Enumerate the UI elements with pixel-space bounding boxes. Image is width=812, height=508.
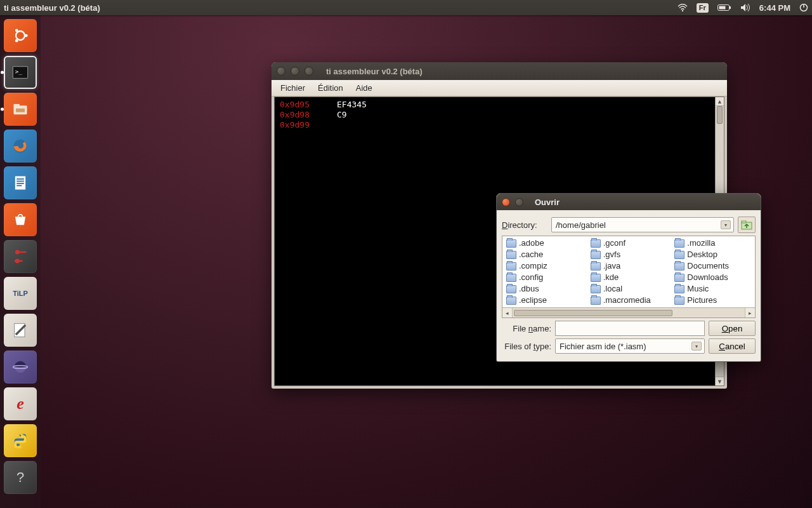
- svg-rect-16: [16, 178, 24, 180]
- clock[interactable]: 6:44 PM: [759, 3, 790, 13]
- folder-icon: [591, 262, 601, 271]
- svg-rect-18: [16, 183, 24, 184]
- svg-rect-19: [16, 185, 22, 187]
- dialog-titlebar[interactable]: Ouvrir: [497, 194, 761, 210]
- folder-item[interactable]: Pictures: [671, 295, 755, 306]
- launcher-libreoffice-writer[interactable]: [4, 166, 37, 199]
- chevron-down-icon[interactable]: ▾: [721, 220, 731, 229]
- keyboard-layout-indicator[interactable]: Fr: [697, 3, 709, 13]
- filename-input[interactable]: [555, 321, 705, 336]
- scroll-down-icon[interactable]: ▼: [716, 377, 724, 385]
- folder-item[interactable]: .cache: [502, 249, 587, 260]
- folder-item[interactable]: .java: [587, 260, 671, 272]
- dialog-minimize-icon[interactable]: [515, 198, 523, 206]
- launcher-python[interactable]: [4, 424, 37, 457]
- sound-icon[interactable]: [740, 3, 750, 12]
- launcher-settings[interactable]: [4, 240, 37, 273]
- folder-icon: [506, 285, 516, 293]
- folder-icon: [674, 285, 684, 293]
- launcher-software-center[interactable]: [4, 203, 37, 236]
- open-dialog: Ouvrir Directory: /home/gabriel ▾ .adobe…: [496, 193, 761, 362]
- window-minimize-icon[interactable]: [291, 67, 299, 76]
- launcher-text-editor[interactable]: [4, 314, 37, 347]
- scroll-thumb[interactable]: [514, 310, 672, 316]
- menu-fichier[interactable]: Fichier: [274, 81, 311, 95]
- file-col: .mozilla Desktop Documents Downloads Mus…: [671, 236, 755, 307]
- indicator-area: Fr 6:44 PM: [678, 3, 808, 13]
- folder-item[interactable]: .eclipse: [502, 295, 587, 306]
- folder-item[interactable]: .config: [502, 272, 587, 283]
- folder-item[interactable]: .compiz: [502, 260, 587, 272]
- session-icon[interactable]: [799, 3, 808, 12]
- open-button[interactable]: Open: [709, 321, 756, 336]
- scroll-up-icon[interactable]: ▲: [716, 97, 724, 106]
- cancel-button[interactable]: Cancel: [709, 338, 756, 354]
- filetype-combo[interactable]: Fichier asm ide (*.iasm) ▾: [555, 338, 705, 354]
- folder-icon: [674, 262, 684, 271]
- folder-item[interactable]: Music: [671, 283, 755, 295]
- folder-item[interactable]: .kde: [587, 272, 671, 283]
- window-close-icon[interactable]: [277, 67, 285, 76]
- app-titlebar[interactable]: ti assembleur v0.2 (béta): [272, 62, 727, 80]
- folder-item[interactable]: .mozilla: [671, 237, 755, 249]
- asm-line: 0x9d95EF4345: [280, 100, 710, 110]
- svg-rect-12: [14, 104, 20, 107]
- folder-item[interactable]: Downloads: [671, 272, 755, 283]
- scroll-left-icon[interactable]: ◂: [502, 308, 513, 318]
- launcher-unknown[interactable]: ?: [4, 461, 37, 494]
- top-panel: ti assembleur v0.2 (béta) Fr 6:44 PM: [0, 0, 812, 15]
- svg-point-5: [16, 31, 25, 40]
- folder-item[interactable]: .adobe: [502, 237, 587, 249]
- asm-line: 0x9d99: [280, 120, 710, 130]
- filetype-label: Files of type:: [502, 342, 551, 351]
- filetype-value: Fichier asm ide (*.iasm): [560, 342, 646, 351]
- scroll-right-icon[interactable]: ▸: [745, 308, 755, 318]
- folder-icon: [506, 239, 516, 248]
- launcher-ubuntu-dash[interactable]: [4, 19, 37, 52]
- svg-rect-17: [16, 181, 24, 182]
- menu-edition[interactable]: Édition: [311, 81, 350, 95]
- folder-icon: [591, 251, 601, 259]
- svg-point-0: [682, 10, 683, 11]
- window-maximize-icon[interactable]: [304, 67, 313, 76]
- active-window-title: ti assembleur v0.2 (béta): [4, 3, 100, 13]
- filename-row: File name: Open: [502, 321, 756, 336]
- launcher: >_ TiLP e ?: [0, 15, 41, 508]
- folder-icon: [591, 297, 601, 305]
- menu-aide[interactable]: Aide: [350, 81, 379, 95]
- battery-icon[interactable]: [717, 4, 731, 11]
- launcher-files[interactable]: [4, 93, 37, 126]
- folder-icon: [674, 274, 684, 282]
- folder-item[interactable]: .gvfs: [587, 249, 671, 260]
- svg-text:>_: >_: [15, 68, 23, 75]
- directory-label: Directory:: [502, 220, 547, 230]
- folder-item[interactable]: Desktop: [671, 249, 755, 260]
- svg-point-7: [15, 29, 18, 32]
- svg-rect-3: [719, 6, 725, 10]
- folder-item[interactable]: Documents: [671, 260, 755, 272]
- file-list-hscrollbar[interactable]: ◂ ▸: [502, 307, 755, 318]
- launcher-tilp[interactable]: TiLP: [4, 277, 37, 310]
- dialog-close-icon[interactable]: [502, 198, 510, 206]
- svg-point-6: [25, 34, 28, 37]
- folder-item[interactable]: .local: [587, 283, 671, 295]
- folder-icon: [674, 251, 684, 259]
- folder-item[interactable]: .gconf: [587, 237, 671, 249]
- folder-item[interactable]: .dbus: [502, 283, 587, 295]
- launcher-terminal[interactable]: >_: [4, 56, 37, 89]
- launcher-firefox[interactable]: [4, 130, 37, 163]
- folder-icon: [506, 297, 516, 305]
- folder-item[interactable]: .macromedia: [587, 295, 671, 306]
- folder-icon: [591, 239, 601, 248]
- filename-label: File name:: [502, 324, 551, 333]
- launcher-eclipse[interactable]: [4, 351, 37, 384]
- launcher-evince[interactable]: e: [4, 387, 37, 420]
- chevron-down-icon[interactable]: ▾: [691, 342, 702, 351]
- directory-combo[interactable]: /home/gabriel ▾: [551, 217, 734, 232]
- network-icon[interactable]: [678, 4, 688, 11]
- directory-value: /home/gabriel: [556, 220, 606, 230]
- file-col: .adobe .cache .compiz .config .dbus .ecl…: [502, 236, 587, 307]
- up-directory-button[interactable]: [738, 217, 756, 233]
- app-menubar: Fichier Édition Aide: [272, 80, 727, 97]
- scroll-thumb[interactable]: [717, 106, 723, 124]
